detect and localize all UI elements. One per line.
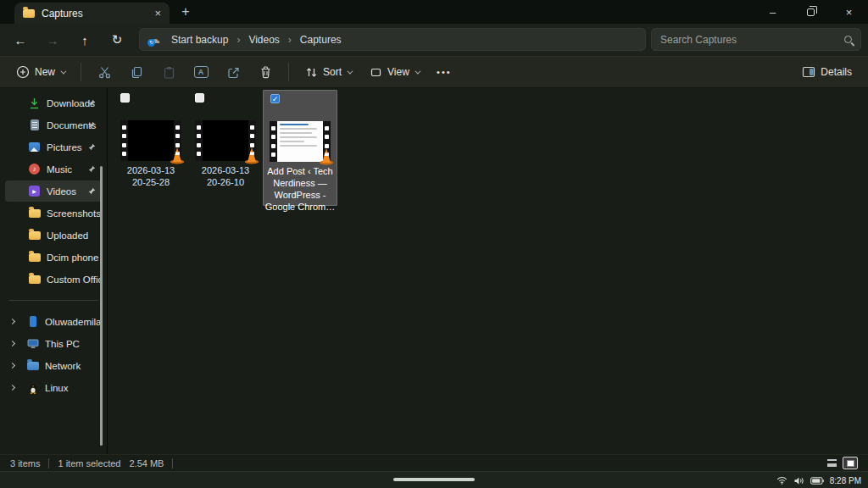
file-name: 2026-03-13 20-26-10 [188, 164, 263, 188]
sidebar-item-music[interactable]: ♪ Music [5, 158, 102, 180]
folder-icon [23, 9, 35, 18]
selection-count: 1 item selected [58, 458, 120, 469]
video-thumbnail [270, 121, 331, 162]
folder-icon [28, 273, 41, 286]
cut-button[interactable] [90, 60, 119, 84]
video-thumbnail [120, 120, 181, 161]
sort-button[interactable]: Sort [298, 61, 359, 84]
vlc-cone-icon [169, 146, 186, 164]
refresh-button[interactable]: ↻ [103, 26, 131, 53]
rename-button[interactable]: A [186, 60, 215, 84]
item-checkbox-checked[interactable]: ✓ [270, 94, 280, 103]
file-name: Add Post ‹ Tech Nerdiness — WordPress - … [264, 165, 337, 213]
delete-button[interactable] [251, 60, 280, 84]
details-button[interactable]: Details [794, 61, 860, 83]
pin-icon[interactable] [88, 142, 96, 152]
clipboard-icon [162, 65, 176, 80]
command-toolbar: New A [0, 56, 868, 88]
pin-icon[interactable] [88, 120, 96, 130]
back-button[interactable]: ← [7, 26, 34, 53]
breadcrumb-videos[interactable]: Videos [245, 32, 282, 47]
taskbar-handle[interactable] [393, 478, 475, 481]
sidebar-item-uploaded[interactable]: Uploaded [5, 225, 102, 246]
item-count: 3 items [10, 458, 40, 469]
breadcrumb-captures[interactable]: Captures [297, 32, 345, 47]
explorer-body: Downloads Documents Pictures ♪ Music [0, 88, 868, 454]
file-item-2[interactable]: 2026-03-13 20-26-10 [188, 90, 263, 188]
status-bar: 3 items 1 item selected 2.54 MB [0, 454, 868, 471]
sidebar-item-documents[interactable]: Documents [5, 114, 102, 136]
rename-icon: A [194, 66, 209, 78]
sidebar-item-network[interactable]: Network [5, 355, 102, 376]
share-button[interactable] [219, 60, 248, 84]
sidebar-item-linux[interactable]: Linux [5, 377, 102, 398]
sidebar-item-this-pc[interactable]: This PC [5, 333, 102, 354]
video-thumbnail [195, 120, 256, 161]
vlc-cone-icon [318, 147, 335, 165]
pin-icon[interactable] [88, 186, 96, 197]
file-item-3-selected[interactable]: ✓ Add Post ‹ Tech [263, 90, 337, 206]
sidebar-item-videos[interactable]: ▶ Videos [5, 180, 102, 202]
sidebar-item-custom-office[interactable]: Custom Office T [5, 269, 102, 290]
details-view-toggle[interactable] [824, 457, 839, 469]
copy-button[interactable] [122, 60, 151, 84]
thumbnail-icon [847, 460, 854, 467]
wifi-icon[interactable] [776, 476, 787, 485]
linux-penguin-icon [26, 381, 39, 394]
more-options-button[interactable]: ••• [430, 60, 459, 84]
new-tab-button[interactable]: + [176, 4, 195, 19]
expand-chevron-icon[interactable] [9, 341, 15, 347]
forward-button[interactable]: → [39, 26, 66, 53]
explorer-tab[interactable]: Captures × [14, 3, 170, 24]
folder-icon [28, 229, 41, 241]
sidebar-item-screenshots[interactable]: Screenshots [5, 202, 102, 224]
up-button[interactable]: ↑ [71, 26, 98, 53]
minimize-button[interactable]: – [754, 0, 792, 24]
close-button[interactable]: × [830, 0, 868, 24]
view-button[interactable]: View [362, 61, 426, 84]
expand-chevron-icon[interactable] [9, 385, 15, 391]
item-checkbox[interactable] [120, 93, 130, 103]
view-icon [370, 66, 382, 79]
chevron-right-icon: › [288, 34, 292, 46]
tab-close-icon[interactable]: × [154, 8, 161, 19]
sidebar-item-dcim-phone[interactable]: Dcim phone [5, 247, 102, 268]
new-button[interactable]: New [8, 60, 72, 84]
status-divider [172, 458, 173, 469]
downloads-icon [28, 97, 41, 109]
toolbar-separator [288, 63, 289, 81]
music-icon: ♪ [28, 163, 41, 175]
item-checkbox[interactable] [195, 93, 204, 103]
plus-circle-icon [16, 65, 30, 79]
search-input[interactable] [660, 34, 844, 46]
file-grid: 2026-03-13 20-25-28 2026-03-13 20-26-10 [108, 88, 868, 454]
expand-chevron-icon[interactable] [9, 319, 15, 324]
paste-button[interactable] [154, 60, 183, 84]
pin-icon[interactable] [88, 98, 96, 108]
file-item-1[interactable]: 2026-03-13 20-25-28 [114, 90, 188, 188]
search-box[interactable] [651, 28, 861, 51]
pin-icon[interactable] [88, 164, 96, 175]
restore-button[interactable] [792, 0, 830, 24]
scissors-icon [97, 65, 112, 80]
sidebar-item-downloads[interactable]: Downloads [5, 92, 102, 114]
list-lines-icon [827, 459, 837, 467]
breadcrumb-start-backup[interactable]: Start backup [168, 32, 231, 47]
breadcrumb[interactable]: ☁ ↻ Start backup › Videos › Captures [139, 28, 646, 51]
speaker-icon[interactable] [793, 476, 804, 485]
onedrive-device-icon [26, 315, 39, 328]
sidebar-item-pictures[interactable]: Pictures [5, 136, 102, 158]
battery-icon[interactable] [810, 477, 824, 485]
sync-badge-icon: ↻ [147, 39, 155, 47]
file-name: 2026-03-13 20-25-28 [114, 164, 188, 188]
sidebar-item-onedrive-user[interactable]: Oluwademilade' [5, 311, 102, 332]
expand-chevron-icon[interactable] [9, 363, 15, 369]
clock[interactable]: 8:28 PM [830, 476, 861, 485]
trash-icon [259, 65, 273, 80]
videos-icon: ▶ [28, 185, 41, 197]
copy-icon [130, 65, 144, 80]
sidebar: Downloads Documents Pictures ♪ Music [0, 88, 107, 454]
vlc-cone-icon [243, 146, 260, 164]
thumbnail-view-toggle[interactable] [843, 457, 858, 469]
sidebar-scrollbar[interactable] [100, 166, 103, 446]
